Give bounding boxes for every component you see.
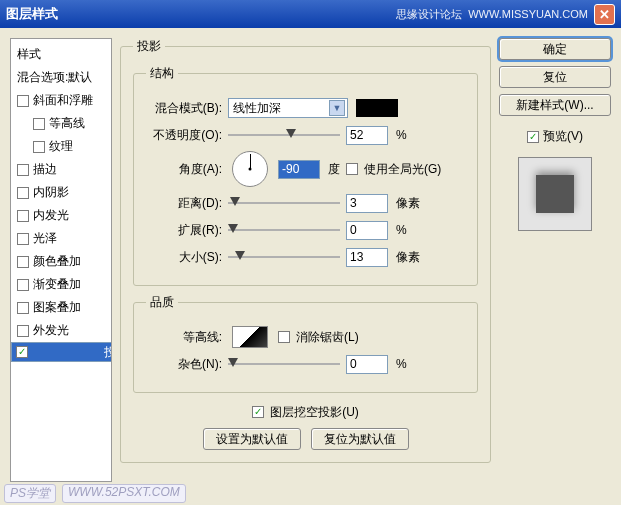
- sidebar-checkbox[interactable]: [17, 164, 29, 176]
- sidebar-item-label: 纹理: [49, 138, 73, 155]
- angle-input[interactable]: -90: [278, 160, 320, 179]
- sidebar-item-label: 颜色叠加: [33, 253, 81, 270]
- spread-label: 扩展(R):: [146, 222, 222, 239]
- sidebar-checkbox[interactable]: [17, 256, 29, 268]
- blend-mode-select[interactable]: 线性加深 ▼: [228, 98, 348, 118]
- preview-checkbox[interactable]: ✓: [527, 131, 539, 143]
- percent-unit: %: [396, 128, 407, 142]
- knockout-checkbox[interactable]: ✓: [252, 406, 264, 418]
- close-button[interactable]: ✕: [594, 4, 615, 25]
- sidebar-item-label: 等高线: [49, 115, 85, 132]
- sidebar-item-label: 内阴影: [33, 184, 69, 201]
- sidebar-item-7[interactable]: 颜色叠加: [11, 250, 111, 273]
- reset-default-button[interactable]: 复位为默认值: [311, 428, 409, 450]
- sidebar-item-3[interactable]: 描边: [11, 158, 111, 181]
- footer-watermark: PS学堂 WWW.52PSXT.COM: [4, 484, 186, 503]
- sidebar-item-label: 投影: [104, 344, 112, 361]
- make-default-button[interactable]: 设置为默认值: [203, 428, 301, 450]
- global-light-checkbox[interactable]: [346, 163, 358, 175]
- distance-slider[interactable]: [228, 195, 340, 211]
- quality-group: 品质 等高线: 消除锯齿(L) 杂色(N): 0 %: [133, 294, 478, 393]
- chevron-down-icon: ▼: [329, 100, 345, 116]
- sidebar-item-label: 外发光: [33, 322, 69, 339]
- sidebar-checkbox[interactable]: [33, 141, 45, 153]
- sidebar-item-11[interactable]: ✓投影: [11, 342, 112, 362]
- sidebar-item-2[interactable]: 纹理: [11, 135, 111, 158]
- degree-unit: 度: [328, 161, 340, 178]
- sidebar-item-8[interactable]: 渐变叠加: [11, 273, 111, 296]
- window-title: 图层样式: [6, 5, 58, 23]
- sidebar-checkbox[interactable]: [17, 233, 29, 245]
- contour-label: 等高线:: [146, 329, 222, 346]
- new-style-button[interactable]: 新建样式(W)...: [499, 94, 611, 116]
- px-unit: 像素: [396, 195, 420, 212]
- antialias-label: 消除锯齿(L): [296, 329, 359, 346]
- blend-mode-label: 混合模式(B):: [146, 100, 222, 117]
- structure-group: 结构 混合模式(B): 线性加深 ▼ 不透明度(O): 52 % 角: [133, 65, 478, 286]
- opacity-input[interactable]: 52: [346, 126, 388, 145]
- structure-legend: 结构: [146, 65, 178, 82]
- distance-label: 距离(D):: [146, 195, 222, 212]
- sidebar-checkbox[interactable]: [17, 187, 29, 199]
- preview-label: 预览(V): [543, 128, 583, 145]
- opacity-slider[interactable]: [228, 127, 340, 143]
- sidebar-item-label: 光泽: [33, 230, 57, 247]
- sidebar-checkbox[interactable]: [33, 118, 45, 130]
- sidebar-checkbox[interactable]: ✓: [16, 346, 28, 358]
- quality-legend: 品质: [146, 294, 178, 311]
- size-input[interactable]: 13: [346, 248, 388, 267]
- sidebar-header: 样式: [11, 43, 111, 66]
- watermark-url: WWW.MISSYUAN.COM: [468, 8, 588, 20]
- watermark-text: 思缘设计论坛: [396, 7, 462, 22]
- contour-picker[interactable]: [232, 326, 268, 348]
- sidebar-item-label: 渐变叠加: [33, 276, 81, 293]
- sidebar-item-label: 图案叠加: [33, 299, 81, 316]
- ok-button[interactable]: 确定: [499, 38, 611, 60]
- size-label: 大小(S):: [146, 249, 222, 266]
- sidebar-item-label: 描边: [33, 161, 57, 178]
- sidebar-item-label: 斜面和浮雕: [33, 92, 93, 109]
- shadow-color-swatch[interactable]: [356, 99, 398, 117]
- sidebar-item-0[interactable]: 斜面和浮雕: [11, 89, 111, 112]
- angle-dial[interactable]: [232, 151, 268, 187]
- cancel-button[interactable]: 复位: [499, 66, 611, 88]
- sidebar-checkbox[interactable]: [17, 279, 29, 291]
- sidebar-item-10[interactable]: 外发光: [11, 319, 111, 342]
- sidebar-checkbox[interactable]: [17, 302, 29, 314]
- preview-thumbnail: [518, 157, 592, 231]
- noise-slider[interactable]: [228, 356, 340, 372]
- size-slider[interactable]: [228, 249, 340, 265]
- titlebar: 图层样式 思缘设计论坛 WWW.MISSYUAN.COM ✕: [0, 0, 621, 28]
- sidebar-item-4[interactable]: 内阴影: [11, 181, 111, 204]
- sidebar-item-label: 内发光: [33, 207, 69, 224]
- noise-label: 杂色(N):: [146, 356, 222, 373]
- sidebar-blend-options[interactable]: 混合选项:默认: [11, 66, 111, 89]
- opacity-label: 不透明度(O):: [146, 127, 222, 144]
- noise-input[interactable]: 0: [346, 355, 388, 374]
- antialias-checkbox[interactable]: [278, 331, 290, 343]
- sidebar-item-9[interactable]: 图案叠加: [11, 296, 111, 319]
- knockout-label: 图层挖空投影(U): [270, 404, 359, 421]
- sidebar-checkbox[interactable]: [17, 325, 29, 337]
- sidebar-item-5[interactable]: 内发光: [11, 204, 111, 227]
- panel-title: 投影: [133, 38, 165, 55]
- sidebar-item-1[interactable]: 等高线: [11, 112, 111, 135]
- spread-slider[interactable]: [228, 222, 340, 238]
- right-column: 确定 复位 新建样式(W)... ✓ 预览(V): [499, 38, 611, 482]
- sidebar-checkbox[interactable]: [17, 95, 29, 107]
- sidebar-checkbox[interactable]: [17, 210, 29, 222]
- sidebar-item-6[interactable]: 光泽: [11, 227, 111, 250]
- angle-label: 角度(A):: [146, 161, 222, 178]
- spread-input[interactable]: 0: [346, 221, 388, 240]
- distance-input[interactable]: 3: [346, 194, 388, 213]
- main-panel: 投影 结构 混合模式(B): 线性加深 ▼ 不透明度(O): 52 %: [120, 38, 491, 482]
- drop-shadow-fieldset: 投影 结构 混合模式(B): 线性加深 ▼ 不透明度(O): 52 %: [120, 38, 491, 463]
- styles-sidebar: 样式 混合选项:默认 斜面和浮雕等高线纹理描边内阴影内发光光泽颜色叠加渐变叠加图…: [10, 38, 112, 482]
- global-light-label: 使用全局光(G): [364, 161, 441, 178]
